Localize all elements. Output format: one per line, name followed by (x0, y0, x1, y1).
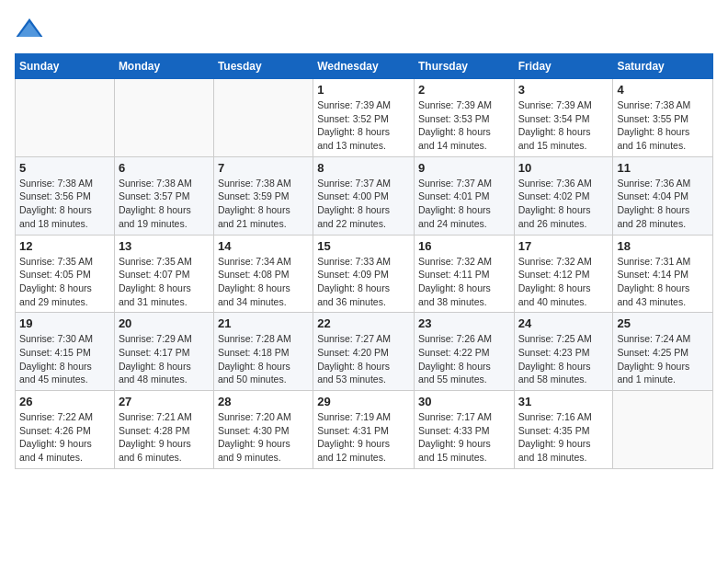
day-number: 7 (218, 161, 309, 175)
day-info: Sunrise: 7:35 AM Sunset: 4:07 PM Dayligh… (119, 255, 210, 309)
day-info: Sunrise: 7:36 AM Sunset: 4:02 PM Dayligh… (518, 177, 609, 231)
calendar-cell: 8Sunrise: 7:37 AM Sunset: 4:00 PM Daylig… (313, 156, 415, 235)
day-number: 30 (418, 395, 510, 408)
week-row-5: 26Sunrise: 7:22 AM Sunset: 4:26 PM Dayli… (16, 391, 713, 469)
day-info: Sunrise: 7:30 AM Sunset: 4:15 PM Dayligh… (19, 332, 110, 386)
day-number: 18 (617, 239, 709, 253)
day-number: 28 (218, 395, 309, 408)
day-info: Sunrise: 7:38 AM Sunset: 3:59 PM Dayligh… (218, 177, 309, 231)
week-row-4: 19Sunrise: 7:30 AM Sunset: 4:15 PM Dayli… (16, 313, 713, 391)
day-number: 13 (119, 239, 210, 253)
day-number: 4 (617, 83, 709, 97)
day-number: 31 (518, 395, 609, 408)
calendar-cell: 4Sunrise: 7:38 AM Sunset: 3:55 PM Daylig… (613, 79, 713, 157)
calendar-cell: 14Sunrise: 7:34 AM Sunset: 4:08 PM Dayli… (213, 235, 313, 313)
day-number: 26 (19, 395, 110, 408)
day-info: Sunrise: 7:38 AM Sunset: 3:57 PM Dayligh… (119, 177, 210, 231)
calendar-cell (213, 79, 313, 157)
day-number: 3 (518, 83, 609, 97)
day-number: 15 (317, 239, 410, 253)
calendar-body: 1Sunrise: 7:39 AM Sunset: 3:52 PM Daylig… (16, 79, 713, 469)
day-info: Sunrise: 7:20 AM Sunset: 4:30 PM Dayligh… (218, 410, 309, 465)
day-info: Sunrise: 7:19 AM Sunset: 4:31 PM Dayligh… (317, 410, 410, 465)
calendar-cell: 10Sunrise: 7:36 AM Sunset: 4:02 PM Dayli… (514, 156, 613, 235)
calendar-cell: 3Sunrise: 7:39 AM Sunset: 3:54 PM Daylig… (514, 79, 613, 157)
day-number: 12 (19, 239, 110, 253)
header-day-thursday: Thursday (414, 54, 514, 79)
day-info: Sunrise: 7:24 AM Sunset: 4:25 PM Dayligh… (617, 332, 709, 386)
calendar-cell: 31Sunrise: 7:16 AM Sunset: 4:35 PM Dayli… (514, 391, 613, 469)
header-row: SundayMondayTuesdayWednesdayThursdayFrid… (16, 54, 713, 79)
day-info: Sunrise: 7:22 AM Sunset: 4:26 PM Dayligh… (19, 410, 110, 465)
day-number: 14 (218, 239, 309, 253)
day-number: 5 (19, 161, 110, 175)
calendar-cell: 16Sunrise: 7:32 AM Sunset: 4:11 PM Dayli… (414, 235, 514, 313)
day-info: Sunrise: 7:35 AM Sunset: 4:05 PM Dayligh… (19, 255, 110, 309)
day-info: Sunrise: 7:39 AM Sunset: 3:52 PM Dayligh… (317, 98, 410, 153)
calendar-cell: 11Sunrise: 7:36 AM Sunset: 4:04 PM Dayli… (613, 156, 713, 235)
header-day-saturday: Saturday (613, 54, 713, 79)
calendar-cell: 18Sunrise: 7:31 AM Sunset: 4:14 PM Dayli… (613, 235, 713, 313)
day-number: 19 (19, 316, 110, 330)
week-row-2: 5Sunrise: 7:38 AM Sunset: 3:56 PM Daylig… (16, 156, 713, 235)
day-number: 21 (218, 316, 309, 330)
week-row-3: 12Sunrise: 7:35 AM Sunset: 4:05 PM Dayli… (16, 235, 713, 313)
calendar-cell: 17Sunrise: 7:32 AM Sunset: 4:12 PM Dayli… (514, 235, 613, 313)
calendar-cell: 2Sunrise: 7:39 AM Sunset: 3:53 PM Daylig… (414, 79, 514, 157)
calendar-cell: 29Sunrise: 7:19 AM Sunset: 4:31 PM Dayli… (313, 391, 415, 469)
day-info: Sunrise: 7:27 AM Sunset: 4:20 PM Dayligh… (317, 332, 410, 386)
calendar-cell (114, 79, 213, 157)
day-number: 17 (518, 239, 609, 253)
day-info: Sunrise: 7:39 AM Sunset: 3:54 PM Dayligh… (518, 98, 609, 153)
day-number: 11 (617, 161, 709, 175)
calendar-cell: 12Sunrise: 7:35 AM Sunset: 4:05 PM Dayli… (16, 235, 115, 313)
day-number: 1 (317, 83, 410, 97)
calendar-cell: 22Sunrise: 7:27 AM Sunset: 4:20 PM Dayli… (313, 313, 415, 391)
logo-icon (15, 15, 44, 44)
day-info: Sunrise: 7:25 AM Sunset: 4:23 PM Dayligh… (518, 332, 609, 386)
day-info: Sunrise: 7:17 AM Sunset: 4:33 PM Dayligh… (418, 410, 510, 465)
calendar-cell: 30Sunrise: 7:17 AM Sunset: 4:33 PM Dayli… (414, 391, 514, 469)
day-info: Sunrise: 7:21 AM Sunset: 4:28 PM Dayligh… (119, 410, 210, 465)
calendar-cell: 5Sunrise: 7:38 AM Sunset: 3:56 PM Daylig… (16, 156, 115, 235)
calendar-cell: 7Sunrise: 7:38 AM Sunset: 3:59 PM Daylig… (213, 156, 313, 235)
week-row-1: 1Sunrise: 7:39 AM Sunset: 3:52 PM Daylig… (16, 79, 713, 157)
day-number: 8 (317, 161, 410, 175)
calendar-cell: 19Sunrise: 7:30 AM Sunset: 4:15 PM Dayli… (16, 313, 115, 391)
day-info: Sunrise: 7:36 AM Sunset: 4:04 PM Dayligh… (617, 177, 709, 231)
page-header (15, 15, 713, 44)
calendar-cell: 25Sunrise: 7:24 AM Sunset: 4:25 PM Dayli… (613, 313, 713, 391)
day-info: Sunrise: 7:39 AM Sunset: 3:53 PM Dayligh… (418, 98, 510, 153)
calendar-cell: 13Sunrise: 7:35 AM Sunset: 4:07 PM Dayli… (114, 235, 213, 313)
day-info: Sunrise: 7:33 AM Sunset: 4:09 PM Dayligh… (317, 255, 410, 309)
day-number: 10 (518, 161, 609, 175)
calendar-cell: 23Sunrise: 7:26 AM Sunset: 4:22 PM Dayli… (414, 313, 514, 391)
day-number: 29 (317, 395, 410, 408)
day-info: Sunrise: 7:31 AM Sunset: 4:14 PM Dayligh… (617, 255, 709, 309)
header-day-sunday: Sunday (16, 54, 115, 79)
day-info: Sunrise: 7:37 AM Sunset: 4:01 PM Dayligh… (418, 177, 510, 231)
day-info: Sunrise: 7:38 AM Sunset: 3:56 PM Dayligh… (19, 177, 110, 231)
day-info: Sunrise: 7:26 AM Sunset: 4:22 PM Dayligh… (418, 332, 510, 386)
header-day-friday: Friday (514, 54, 613, 79)
day-number: 27 (119, 395, 210, 408)
day-info: Sunrise: 7:34 AM Sunset: 4:08 PM Dayligh… (218, 255, 309, 309)
day-info: Sunrise: 7:28 AM Sunset: 4:18 PM Dayligh… (218, 332, 309, 386)
day-info: Sunrise: 7:37 AM Sunset: 4:00 PM Dayligh… (317, 177, 410, 231)
day-number: 9 (418, 161, 510, 175)
day-number: 22 (317, 316, 410, 330)
calendar-header: SundayMondayTuesdayWednesdayThursdayFrid… (16, 54, 713, 79)
calendar-cell: 28Sunrise: 7:20 AM Sunset: 4:30 PM Dayli… (213, 391, 313, 469)
calendar-cell: 20Sunrise: 7:29 AM Sunset: 4:17 PM Dayli… (114, 313, 213, 391)
day-number: 20 (119, 316, 210, 330)
calendar-cell: 26Sunrise: 7:22 AM Sunset: 4:26 PM Dayli… (16, 391, 115, 469)
day-number: 6 (119, 161, 210, 175)
day-info: Sunrise: 7:29 AM Sunset: 4:17 PM Dayligh… (119, 332, 210, 386)
day-info: Sunrise: 7:38 AM Sunset: 3:55 PM Dayligh… (617, 98, 709, 153)
header-day-monday: Monday (114, 54, 213, 79)
calendar-table: SundayMondayTuesdayWednesdayThursdayFrid… (15, 53, 713, 469)
calendar-cell: 6Sunrise: 7:38 AM Sunset: 3:57 PM Daylig… (114, 156, 213, 235)
calendar-cell: 27Sunrise: 7:21 AM Sunset: 4:28 PM Dayli… (114, 391, 213, 469)
day-info: Sunrise: 7:32 AM Sunset: 4:11 PM Dayligh… (418, 255, 510, 309)
calendar-cell: 21Sunrise: 7:28 AM Sunset: 4:18 PM Dayli… (213, 313, 313, 391)
